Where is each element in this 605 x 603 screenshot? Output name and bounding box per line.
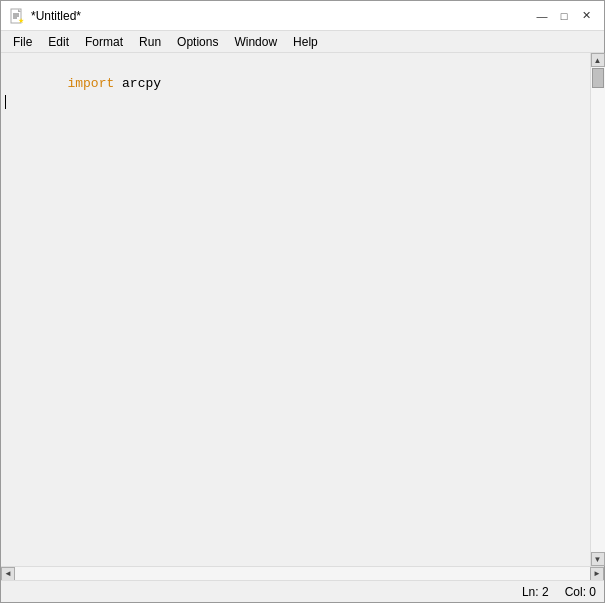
menu-help[interactable]: Help <box>285 31 326 52</box>
menu-bar: File Edit Format Run Options Window Help <box>1 31 604 53</box>
scroll-track-vertical[interactable] <box>591 67 605 552</box>
code-editor[interactable]: import arcpy <box>1 53 590 566</box>
menu-window[interactable]: Window <box>226 31 285 52</box>
app-icon: ★ <box>9 8 25 24</box>
menu-run[interactable]: Run <box>131 31 169 52</box>
menu-file[interactable]: File <box>5 31 40 52</box>
scroll-track-horizontal[interactable] <box>15 567 590 581</box>
editor-row: import arcpy ▲ ▼ <box>1 53 604 566</box>
editor-wrapper: import arcpy ▲ ▼ ◄ ► <box>1 53 604 580</box>
window-title: *Untitled* <box>31 9 532 23</box>
vertical-scrollbar: ▲ ▼ <box>590 53 604 566</box>
scroll-left-button[interactable]: ◄ <box>1 567 15 581</box>
scroll-right-button[interactable]: ► <box>590 567 604 581</box>
close-button[interactable]: ✕ <box>576 6 596 26</box>
scroll-down-button[interactable]: ▼ <box>591 552 605 566</box>
scroll-thumb-vertical[interactable] <box>592 68 604 88</box>
text-cursor <box>5 95 6 109</box>
svg-text:★: ★ <box>18 17 24 24</box>
code-keyword: import <box>67 76 114 91</box>
title-bar: ★ *Untitled* — □ ✕ <box>1 1 604 31</box>
minimize-button[interactable]: — <box>532 6 552 26</box>
scroll-up-button[interactable]: ▲ <box>591 53 605 67</box>
status-bar: Ln: 2 Col: 0 <box>1 580 604 602</box>
menu-format[interactable]: Format <box>77 31 131 52</box>
title-bar-buttons: — □ ✕ <box>532 6 596 26</box>
code-module: arcpy <box>114 76 161 91</box>
menu-edit[interactable]: Edit <box>40 31 77 52</box>
menu-options[interactable]: Options <box>169 31 226 52</box>
maximize-button[interactable]: □ <box>554 6 574 26</box>
main-window: ★ *Untitled* — □ ✕ File Edit Format Run … <box>0 0 605 603</box>
status-line: Ln: 2 <box>522 585 549 599</box>
horizontal-scrollbar: ◄ ► <box>1 566 604 580</box>
status-col: Col: 0 <box>565 585 596 599</box>
